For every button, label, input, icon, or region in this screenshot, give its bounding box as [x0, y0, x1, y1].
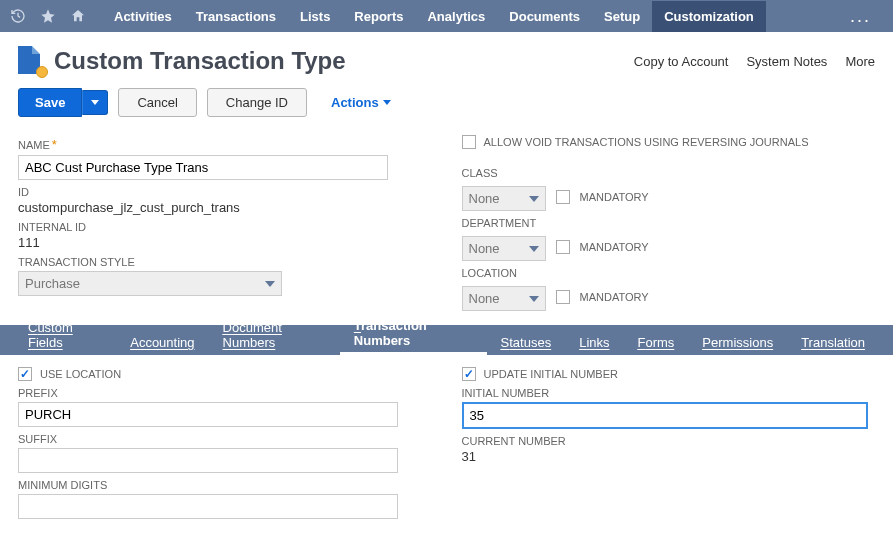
subtab-bar: Custom Fields Accounting Document Number… — [0, 325, 893, 355]
class-label: CLASS — [462, 167, 876, 179]
txn-right-column: UPDATE INITIAL NUMBER INITIAL NUMBER CUR… — [462, 367, 876, 519]
internal-id-value: 111 — [18, 235, 432, 250]
form-left-column: NAME* ID custompurchase_jlz_cust_purch_t… — [18, 131, 432, 311]
main-menu: Activities Transactions Lists Reports An… — [102, 1, 766, 32]
txn-left-column: USE LOCATION PREFIX SUFFIX MINIMUM DIGIT… — [18, 367, 432, 519]
minimum-digits-input[interactable] — [18, 494, 398, 519]
record-type-icon — [18, 46, 44, 76]
home-icon[interactable] — [68, 6, 88, 26]
history-icon[interactable] — [8, 6, 28, 26]
current-number-value: 31 — [462, 449, 876, 464]
internal-id-label: INTERNAL ID — [18, 221, 432, 233]
caret-down-icon — [529, 296, 539, 302]
menu-documents[interactable]: Documents — [497, 1, 592, 32]
name-input[interactable] — [18, 155, 388, 180]
location-mandatory-checkbox[interactable] — [556, 290, 570, 304]
main-form: NAME* ID custompurchase_jlz_cust_purch_t… — [0, 131, 893, 311]
subtab-accounting[interactable]: Accounting — [116, 328, 208, 355]
use-location-label: USE LOCATION — [40, 368, 121, 380]
star-icon[interactable] — [38, 6, 58, 26]
change-id-button[interactable]: Change ID — [207, 88, 307, 117]
menu-lists[interactable]: Lists — [288, 1, 342, 32]
location-mandatory-label: MANDATORY — [580, 291, 649, 303]
menu-activities[interactable]: Activities — [102, 1, 184, 32]
caret-down-icon — [265, 281, 275, 287]
location-select[interactable]: None — [462, 286, 546, 311]
subtab-statuses[interactable]: Statuses — [487, 328, 566, 355]
copy-to-account-link[interactable]: Copy to Account — [634, 54, 729, 69]
menu-transactions[interactable]: Transactions — [184, 1, 288, 32]
menu-reports[interactable]: Reports — [342, 1, 415, 32]
menu-customization[interactable]: Customization — [652, 1, 766, 32]
id-label: ID — [18, 186, 432, 198]
class-mandatory-checkbox[interactable] — [556, 190, 570, 204]
initial-number-label: INITIAL NUMBER — [462, 387, 876, 399]
page-title: Custom Transaction Type — [54, 47, 346, 75]
current-number-label: CURRENT NUMBER — [462, 435, 876, 447]
caret-down-icon — [529, 246, 539, 252]
caret-down-icon — [383, 100, 391, 105]
initial-number-input[interactable] — [462, 402, 868, 429]
location-label: LOCATION — [462, 267, 876, 279]
department-mandatory-label: MANDATORY — [580, 241, 649, 253]
page-header: Custom Transaction Type Copy to Account … — [0, 32, 893, 84]
caret-down-icon — [91, 100, 99, 105]
subtab-document-numbers[interactable]: Document Numbers — [209, 325, 340, 355]
header-links: Copy to Account System Notes More — [634, 54, 875, 69]
system-notes-link[interactable]: System Notes — [746, 54, 827, 69]
actions-menu[interactable]: Actions — [331, 95, 391, 110]
allow-void-checkbox[interactable] — [462, 135, 476, 149]
more-link[interactable]: More — [845, 54, 875, 69]
department-select[interactable]: None — [462, 236, 546, 261]
transaction-numbers-panel: USE LOCATION PREFIX SUFFIX MINIMUM DIGIT… — [0, 355, 893, 533]
overflow-menu-icon[interactable]: ... — [836, 6, 885, 27]
save-button[interactable]: Save — [18, 88, 82, 117]
subtab-forms[interactable]: Forms — [624, 328, 689, 355]
subtab-translation[interactable]: Translation — [787, 328, 879, 355]
form-right-column: ALLOW VOID TRANSACTIONS USING REVERSING … — [462, 131, 876, 311]
subtab-links[interactable]: Links — [565, 328, 623, 355]
suffix-label: SUFFIX — [18, 433, 432, 445]
suffix-input[interactable] — [18, 448, 398, 473]
actions-label: Actions — [331, 95, 379, 110]
action-bar-top: Save Cancel Change ID Actions — [0, 84, 893, 131]
name-label: NAME* — [18, 137, 432, 152]
minimum-digits-label: MINIMUM DIGITS — [18, 479, 432, 491]
save-split-button: Save — [18, 88, 108, 117]
transaction-style-value: Purchase — [25, 276, 80, 291]
subtab-permissions[interactable]: Permissions — [688, 328, 787, 355]
action-bar-bottom: Save Cancel Change ID Actions — [0, 533, 893, 539]
menu-analytics[interactable]: Analytics — [415, 1, 497, 32]
transaction-style-select[interactable]: Purchase — [18, 271, 282, 296]
class-mandatory-label: MANDATORY — [580, 191, 649, 203]
cancel-button[interactable]: Cancel — [118, 88, 196, 117]
update-initial-number-label: UPDATE INITIAL NUMBER — [484, 368, 618, 380]
prefix-input[interactable] — [18, 402, 398, 427]
menu-setup[interactable]: Setup — [592, 1, 652, 32]
id-value: custompurchase_jlz_cust_purch_trans — [18, 200, 432, 215]
transaction-style-label: TRANSACTION STYLE — [18, 256, 432, 268]
department-mandatory-checkbox[interactable] — [556, 240, 570, 254]
allow-void-label: ALLOW VOID TRANSACTIONS USING REVERSING … — [484, 136, 809, 148]
subtab-custom-fields[interactable]: Custom Fields — [14, 325, 116, 355]
subtab-transaction-numbers[interactable]: Transaction Numbers — [340, 325, 487, 355]
top-nav: Activities Transactions Lists Reports An… — [0, 0, 893, 32]
prefix-label: PREFIX — [18, 387, 432, 399]
department-label: DEPARTMENT — [462, 217, 876, 229]
save-menu-caret[interactable] — [82, 90, 108, 115]
update-initial-number-checkbox[interactable] — [462, 367, 476, 381]
class-select[interactable]: None — [462, 186, 546, 211]
use-location-checkbox[interactable] — [18, 367, 32, 381]
caret-down-icon — [529, 196, 539, 202]
